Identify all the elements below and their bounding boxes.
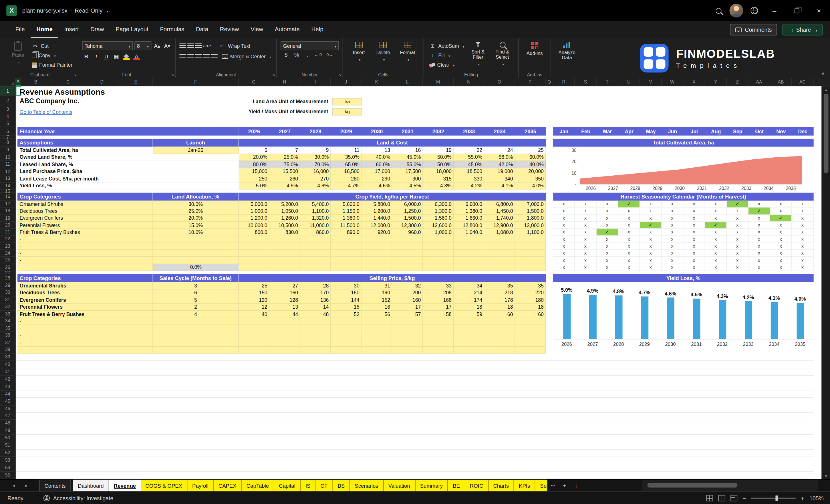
value-cell[interactable] [392, 339, 423, 346]
row-header-38[interactable]: 38 [0, 346, 15, 353]
value-cell[interactable]: 9 [300, 147, 331, 154]
value-cell[interactable]: 1,100.0 [300, 208, 331, 215]
calendar-cell[interactable]: x [792, 208, 814, 215]
calendar-cell[interactable]: x [618, 250, 640, 257]
value-cell[interactable]: 32 [392, 282, 423, 289]
calendar-cell[interactable]: x [748, 229, 770, 236]
calendar-cell[interactable]: x [727, 250, 748, 257]
value-cell[interactable]: 58.0% [484, 154, 515, 161]
row-header-7[interactable]: 7 [0, 135, 15, 139]
value-cell[interactable]: 42.0% [484, 161, 515, 168]
crop-name[interactable]: Ornamental Shrubs [18, 200, 153, 208]
value-cell[interactable]: 920.0 [361, 229, 392, 236]
calendar-cell[interactable]: x [705, 229, 727, 236]
value-cell[interactable]: 1,000.0 [239, 208, 269, 215]
value-cell[interactable] [331, 243, 361, 250]
value-cell[interactable]: 16,500 [331, 168, 361, 175]
row-header-20[interactable]: 20 [0, 222, 15, 229]
value-cell[interactable]: 56 [361, 311, 392, 318]
value-cell[interactable]: 120 [239, 296, 269, 304]
page-layout-view-icon[interactable] [718, 495, 725, 501]
value-cell[interactable]: 1,380.0 [454, 208, 484, 215]
column-header-Z[interactable]: Z [727, 78, 748, 86]
value-cell[interactable]: 6,000.0 [392, 200, 423, 208]
value-cell[interactable] [239, 332, 269, 339]
row-header-43[interactable]: 43 [0, 383, 15, 390]
calendar-cell[interactable]: x [770, 257, 792, 264]
calendar-cell[interactable]: x [683, 208, 705, 215]
toc-link[interactable]: Go to Table of Contents [20, 109, 72, 115]
value-cell[interactable] [300, 250, 331, 257]
value-cell[interactable]: 350 [515, 175, 546, 183]
calendar-cell[interactable]: x [575, 243, 597, 250]
crop-name[interactable]: - [18, 243, 153, 250]
row-header-44[interactable]: 44 [0, 390, 15, 398]
fy-year-cell[interactable]: 2026 [239, 127, 269, 135]
row-header-42[interactable]: 42 [0, 376, 15, 383]
crop-name[interactable]: Ornamental Shrubs [18, 282, 153, 289]
value-cell[interactable] [515, 325, 546, 332]
value-cell[interactable] [239, 236, 269, 243]
value-cell[interactable] [484, 325, 515, 332]
sheet-tab-cogs-opex[interactable]: COGS & OPEX [141, 480, 188, 492]
delete-cells-button[interactable]: Delete [371, 40, 395, 62]
calendar-cell[interactable]: x [727, 208, 748, 215]
orientation-icon[interactable]: ab↗ [203, 43, 211, 48]
value-cell[interactable]: 59 [454, 311, 484, 318]
row-header-5[interactable]: 5 [0, 120, 15, 127]
calendar-cell[interactable]: x [597, 200, 618, 208]
value-cell[interactable] [515, 257, 546, 264]
row-header-3[interactable]: 3 [0, 105, 15, 113]
row-header-21[interactable]: 21 [0, 229, 15, 236]
value-cell[interactable]: 40 [239, 311, 269, 318]
tab-nav-right-icon[interactable]: ▸ [20, 480, 33, 492]
sheet-tab-capex[interactable]: CAPEX [214, 480, 242, 492]
zoom-slider-thumb[interactable] [776, 495, 778, 501]
value-cell[interactable]: 33 [423, 282, 454, 289]
row-header-4[interactable]: 4 [0, 113, 15, 120]
row-header-37[interactable]: 37 [0, 339, 15, 346]
alloc-cell[interactable]: 20.0% [153, 215, 239, 222]
value-cell[interactable]: 18 [454, 304, 484, 311]
value-cell[interactable]: 35 [484, 282, 515, 289]
value-cell[interactable] [300, 318, 331, 325]
value-cell[interactable]: 1,000.0 [423, 229, 454, 236]
align-top-icon[interactable] [179, 43, 186, 48]
calendar-cell[interactable]: x [618, 229, 640, 236]
merge-center-button[interactable]: ↔ Merge & Center [220, 52, 273, 61]
cycle-cell[interactable] [153, 339, 239, 346]
value-cell[interactable]: 13 [269, 304, 300, 311]
value-cell[interactable] [361, 236, 392, 243]
value-cell[interactable]: 18 [484, 304, 515, 311]
crop-name[interactable]: Perennial Flowers [18, 222, 153, 229]
sheet-tab-be[interactable]: BE [448, 480, 465, 492]
tab-nav-left-icon[interactable]: ◂ [7, 480, 20, 492]
value-cell[interactable] [361, 318, 392, 325]
calendar-cell[interactable]: x [662, 236, 683, 243]
value-cell[interactable]: 180 [515, 296, 546, 304]
calendar-cell[interactable]: x [597, 243, 618, 250]
comments-button[interactable]: Comments [730, 24, 777, 35]
value-cell[interactable] [392, 243, 423, 250]
calendar-cell[interactable]: x [597, 215, 618, 222]
value-cell[interactable] [454, 339, 484, 346]
calendar-cell[interactable]: x [640, 215, 662, 222]
value-cell[interactable] [423, 264, 454, 271]
fill-button[interactable]: ↓ Fill [427, 51, 466, 60]
value-cell[interactable]: 1,500.0 [392, 215, 423, 222]
calendar-cell[interactable]: x [792, 215, 814, 222]
value-cell[interactable] [300, 264, 331, 271]
value-cell[interactable] [331, 250, 361, 257]
row-header-8[interactable]: 8 [0, 139, 15, 147]
value-cell[interactable] [454, 250, 484, 257]
column-header-C[interactable]: C [52, 78, 85, 86]
column-header-T[interactable]: T [597, 78, 618, 86]
value-cell[interactable]: 128 [269, 296, 300, 304]
column-header-D[interactable]: D [85, 78, 119, 86]
value-cell[interactable]: 12,300.0 [392, 222, 423, 229]
value-cell[interactable]: 12,600.0 [423, 222, 454, 229]
value-cell[interactable]: 17 [392, 304, 423, 311]
value-cell[interactable]: 4.9% [269, 183, 300, 190]
sheet-tab-cf[interactable]: CF [316, 480, 333, 492]
autosum-button[interactable]: Σ AutoSum [427, 41, 466, 50]
